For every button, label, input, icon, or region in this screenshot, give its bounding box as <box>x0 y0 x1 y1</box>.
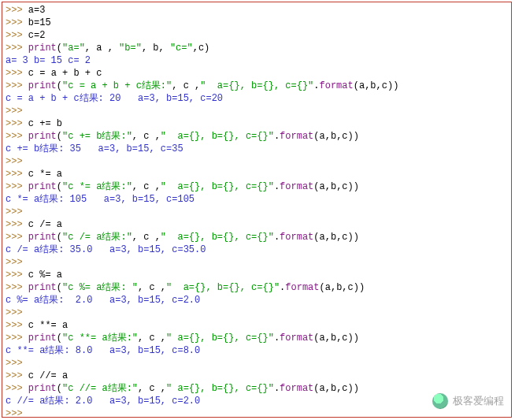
token-op: , <box>155 232 161 243</box>
token-op: , <box>325 383 331 394</box>
token-op: , <box>138 282 149 293</box>
token-prompt: >>> <box>6 307 28 318</box>
token-op: , <box>161 333 166 344</box>
token-prompt: >>> <box>6 43 28 54</box>
token-ident: c <box>28 320 39 331</box>
token-paren: ( <box>313 333 319 344</box>
token-ident: a <box>320 181 325 192</box>
token-ident: c <box>149 333 160 344</box>
token-func: print <box>28 232 57 243</box>
token-prompt: >>> <box>6 106 28 117</box>
token-ident: c <box>28 219 39 230</box>
token-paren: ( <box>313 181 319 192</box>
token-ident: c <box>342 232 347 243</box>
token-paren: ) <box>204 43 209 54</box>
input-line: >>> c //= a <box>6 370 508 382</box>
token-str: "b=" <box>119 43 142 54</box>
token-paren: ( <box>57 43 62 54</box>
output-text: c //= a结果: 2.0 a=3, b=15, c=2.0 <box>6 396 200 407</box>
token-ident: a <box>96 43 107 54</box>
token-prompt: >>> <box>6 383 28 394</box>
token-ident: a <box>320 131 325 142</box>
output-text: c %= a结果: 2.0 a=3, b=15, c=2.0 <box>6 295 200 306</box>
input-line: >>> c = a + b + c <box>6 67 508 80</box>
token-func: format <box>280 181 313 192</box>
token-str: " a={}, b={}, c={}" <box>166 333 274 344</box>
token-str: "c %= a结果: " <box>62 282 138 293</box>
token-op: , <box>325 333 331 344</box>
input-line: >>> c /= a <box>6 218 508 231</box>
output-text: c /= a结果: 35.0 a=3, b=15, c=35.0 <box>6 244 206 255</box>
token-ident: c <box>149 282 160 293</box>
token-prompt: >>> <box>6 206 28 217</box>
token-op: %= <box>39 269 57 281</box>
input-line: >>> print("c *= a结果:", c ," a={}, b={}, … <box>6 180 508 193</box>
token-func: print <box>28 282 57 293</box>
token-op: , <box>172 80 183 91</box>
token-str: "c *= a结果:" <box>62 181 132 192</box>
token-op: . <box>274 232 280 243</box>
token-str: " a={}, b={}, c={}" <box>161 181 274 192</box>
token-prompt: >>> <box>6 80 28 91</box>
token-str: "c = a + b + c结果:" <box>62 80 172 91</box>
token-ident: c <box>28 370 39 381</box>
token-ident: a <box>57 169 62 180</box>
token-ident: c <box>342 181 347 192</box>
token-paren: ( <box>57 232 62 243</box>
token-prompt: >>> <box>6 257 28 268</box>
token-op: , <box>325 232 331 243</box>
token-op: . <box>313 80 319 91</box>
token-ident: b <box>73 68 84 79</box>
token-func: format <box>285 282 319 293</box>
token-ident: a <box>57 269 62 281</box>
token-ident: c <box>382 80 387 91</box>
token-ident: c <box>342 383 347 394</box>
token-op: /= <box>39 219 57 230</box>
token-paren: )) <box>348 181 359 192</box>
token-ident: a <box>320 232 325 243</box>
token-ident: c <box>28 118 39 129</box>
output-text: c **= a结果: 8.0 a=3, b=15, c=8.0 <box>6 345 200 356</box>
token-str: "c=" <box>170 43 193 54</box>
token-op: , <box>138 383 149 394</box>
token-str: "c **= a结果:" <box>62 333 138 344</box>
token-func: format <box>280 232 313 243</box>
token-paren: )) <box>348 333 359 344</box>
token-ident: c <box>28 30 34 41</box>
input-line: >>> c **= a <box>6 319 508 332</box>
token-op: . <box>274 333 280 344</box>
token-ident: 2 <box>39 30 45 41</box>
token-op: , <box>155 131 161 142</box>
input-line: >>> c *= a <box>6 168 508 180</box>
token-str: " a={}, b={}, c={}" <box>161 131 274 142</box>
input-line: >>> <box>6 105 508 117</box>
token-op: , <box>142 43 153 54</box>
token-prompt: >>> <box>6 232 28 243</box>
token-op: , <box>161 383 166 394</box>
token-op: , <box>85 43 96 54</box>
input-line: >>> a=3 <box>6 4 508 17</box>
output-line: a= 3 b= 15 c= 2 <box>6 54 508 67</box>
token-ident: a <box>28 5 34 16</box>
token-ident: a <box>57 219 62 230</box>
token-prompt: >>> <box>6 219 28 230</box>
token-prompt: >>> <box>6 181 28 192</box>
token-str: " a={}, b={}, c={}" <box>200 80 313 91</box>
token-paren: ( <box>57 282 62 293</box>
token-op: , <box>325 131 331 142</box>
token-prompt: >>> <box>6 333 28 344</box>
input-line: >>> <box>6 206 508 218</box>
input-line: >>> b=15 <box>6 17 508 29</box>
input-line: >>> c %= a <box>6 269 508 281</box>
token-op: , <box>325 181 331 192</box>
input-line: >>> c=2 <box>6 29 508 42</box>
input-line: >>> print("a=", a , "b=", b, "c=",c) <box>6 42 508 54</box>
token-paren: ( <box>57 181 62 192</box>
token-op: *= <box>39 169 57 180</box>
output-line: c = a + b + c结果: 20 a=3, b=15, c=20 <box>6 92 508 105</box>
token-ident: c <box>143 232 154 243</box>
token-func: format <box>280 383 313 394</box>
token-ident: a <box>325 282 331 293</box>
token-op: . <box>274 383 280 394</box>
token-paren: ( <box>313 131 319 142</box>
